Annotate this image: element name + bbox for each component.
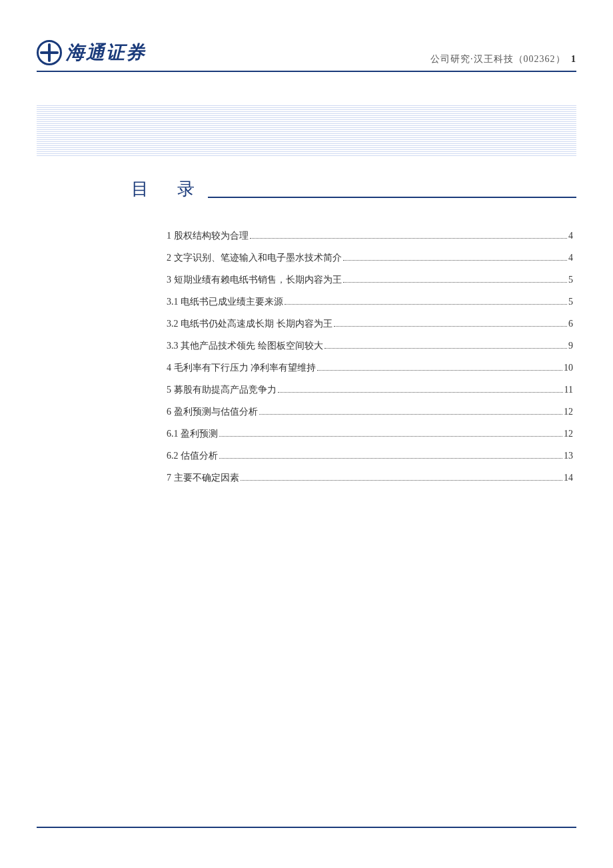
toc-entry: 3.1 电纸书已成业绩主要来源5 [167, 296, 573, 308]
toc-page: 13 [564, 451, 573, 461]
toc-page: 10 [564, 363, 573, 373]
toc-entry: 6.1 盈利预测12 [167, 428, 573, 440]
footer-divider [37, 827, 576, 828]
toc-entry: 4 毛利率有下行压力 净利率有望维持10 [167, 362, 573, 374]
toc-label: 6 盈利预测与估值分析 [167, 406, 258, 418]
toc-page: 4 [568, 253, 573, 263]
toc-entry: 2 文字识别、笔迹输入和电子墨水技术简介4 [167, 252, 573, 264]
toc-heading: 目 录 [131, 177, 208, 201]
table-of-contents: 1 股权结构较为合理4 2 文字识别、笔迹输入和电子墨水技术简介4 3 短期业绩… [167, 230, 573, 484]
toc-page: 9 [568, 341, 573, 351]
toc-entry: 3.3 其他产品技术领先 绘图板空间较大9 [167, 340, 573, 352]
toc-label: 3.1 电纸书已成业绩主要来源 [167, 296, 283, 308]
toc-page: 4 [568, 231, 573, 241]
toc-leader [219, 458, 562, 459]
page-number: 1 [571, 54, 576, 64]
toc-leader [324, 348, 568, 349]
toc-page: 6 [568, 319, 573, 329]
toc-label: 3.3 其他产品技术领先 绘图板空间较大 [167, 340, 323, 352]
toc-label: 7 主要不确定因素 [167, 472, 239, 484]
toc-entry: 1 股权结构较为合理4 [167, 230, 573, 242]
toc-leader [250, 238, 568, 239]
toc-page: 5 [568, 275, 573, 285]
toc-page: 14 [564, 473, 573, 483]
decorative-banner [37, 105, 576, 157]
header-divider [37, 71, 576, 72]
toc-entry: 6.2 估值分析13 [167, 450, 573, 462]
toc-entry: 5 募股有助提高产品竞争力11 [167, 384, 573, 396]
toc-page: 12 [564, 429, 573, 439]
breadcrumb-text: 公司研究·汉王科技（002362） [430, 54, 566, 64]
toc-leader [259, 414, 563, 415]
toc-label: 5 募股有助提高产品竞争力 [167, 384, 277, 396]
logo-mark-icon [37, 40, 62, 65]
brand-logo: 海通证券 [37, 40, 146, 65]
toc-label: 2 文字识别、笔迹输入和电子墨水技术简介 [167, 252, 342, 264]
toc-entry: 3 短期业绩有赖电纸书销售，长期内容为王5 [167, 274, 573, 286]
toc-heading-rule [208, 197, 576, 198]
toc-leader [317, 370, 562, 371]
toc-heading-row: 目 录 [131, 177, 576, 201]
toc-leader [219, 436, 562, 437]
toc-label: 1 股权结构较为合理 [167, 230, 249, 242]
toc-label: 4 毛利率有下行压力 净利率有望维持 [167, 362, 316, 374]
toc-page: 5 [568, 297, 573, 307]
page-header: 海通证券 公司研究·汉王科技（002362） 1 [0, 0, 613, 71]
toc-leader [343, 282, 568, 283]
header-breadcrumb: 公司研究·汉王科技（002362） 1 [430, 53, 576, 65]
toc-leader [334, 326, 568, 327]
toc-page: 12 [564, 407, 573, 417]
toc-leader [278, 392, 563, 393]
toc-label: 6.1 盈利预测 [167, 428, 218, 440]
toc-leader [241, 480, 563, 481]
toc-label: 6.2 估值分析 [167, 450, 218, 462]
toc-leader [343, 260, 568, 261]
toc-leader [285, 304, 567, 305]
toc-entry: 3.2 电纸书仍处高速成长期 长期内容为王6 [167, 318, 573, 330]
brand-name: 海通证券 [66, 40, 146, 65]
toc-page: 11 [564, 385, 573, 395]
toc-label: 3 短期业绩有赖电纸书销售，长期内容为王 [167, 274, 342, 286]
toc-entry: 7 主要不确定因素14 [167, 472, 573, 484]
toc-label: 3.2 电纸书仍处高速成长期 长期内容为王 [167, 318, 332, 330]
toc-entry: 6 盈利预测与估值分析12 [167, 406, 573, 418]
